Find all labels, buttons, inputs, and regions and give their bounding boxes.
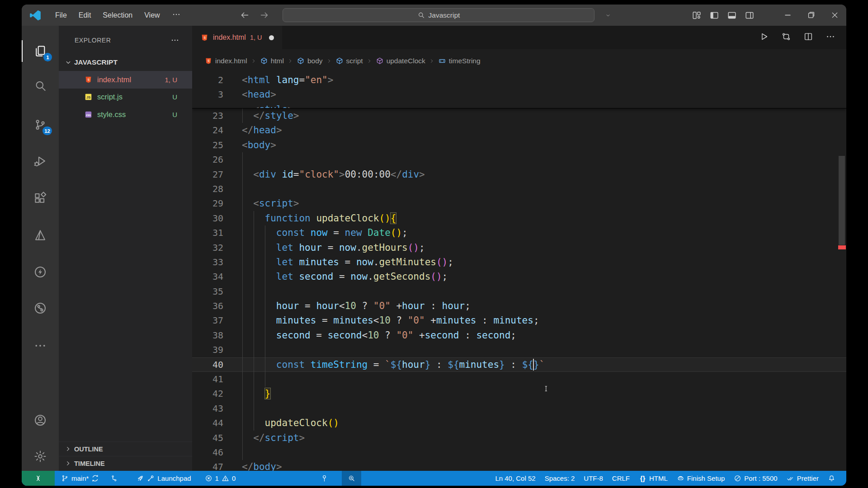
timeline-section[interactable]: TIMELINE [59, 456, 192, 470]
code-line-44[interactable]: 44 updateClock() [192, 416, 846, 430]
tab-bar: 5 index.html 1, U [192, 26, 846, 49]
activity-item-additional-views[interactable] [22, 334, 59, 357]
status-copilot-setup[interactable]: Finish Setup [672, 471, 729, 486]
line-content: <html lang="en"> [231, 73, 333, 87]
outline-section[interactable]: OUTLINE [59, 441, 192, 456]
split-editor-button[interactable] [803, 32, 813, 43]
tab-index-html[interactable]: 5 index.html 1, U [192, 26, 282, 49]
back-arrow-icon[interactable] [240, 10, 250, 20]
code-line-34[interactable]: 34 let second = now.getSeconds(); [192, 269, 846, 284]
activity-item-accounts[interactable] [22, 408, 59, 432]
breadcrumb-item-index.html[interactable]: 5index.html [204, 57, 247, 65]
breadcrumb-item-body[interactable]: body [297, 57, 323, 65]
breadcrumb-item-updateClock[interactable]: updateClock [376, 57, 425, 65]
status-problems[interactable]: 10 [201, 471, 240, 486]
menu-bar: FileEditSelectionView [49, 8, 187, 23]
status-zoom[interactable] [342, 471, 361, 486]
code-line-3[interactable]: 3<head> [192, 87, 846, 102]
menu-edit[interactable]: Edit [73, 9, 97, 22]
toggle-panel-icon[interactable] [727, 10, 737, 20]
code-line-37[interactable]: 37 minutes = minutes<10 ? "0" +minutes :… [192, 313, 846, 328]
code-line-33[interactable]: 33 let minutes = now.getMinutes(); [192, 255, 846, 269]
status-remote-indicator[interactable] [22, 471, 55, 486]
menu-view[interactable]: View [138, 9, 165, 22]
code-line-46[interactable]: 46 [192, 445, 846, 460]
code-line-29[interactable]: 29 <script> [192, 196, 846, 211]
code-line-39[interactable]: 39 [192, 343, 846, 357]
activity-item-search[interactable] [22, 74, 59, 98]
activity-item-extension-thunder[interactable] [22, 260, 59, 284]
code-line-45[interactable]: 45 </script> [192, 431, 846, 445]
status-eol[interactable]: CRLF [608, 471, 634, 486]
status-cursor-position[interactable]: Ln 40, Col 52 [491, 471, 540, 486]
copilot-menu[interactable] [605, 8, 611, 22]
status-screencast[interactable] [317, 471, 332, 486]
code-line-43[interactable]: 43 [192, 401, 846, 416]
connect-icon [147, 474, 155, 482]
code-line-26[interactable]: 26 [192, 152, 846, 167]
breadcrumb-item-timeString[interactable]: timeString [438, 57, 481, 65]
explorer-more-actions-icon[interactable] [170, 36, 179, 45]
status-indentation[interactable]: Spaces: 2 [540, 471, 580, 486]
code-line-27[interactable]: 27 <div id="clock">00:00:00</div> [192, 167, 846, 182]
activity-item-extension-live-share[interactable] [22, 296, 59, 320]
code-editor[interactable]: 23 </style>24</head>25<body>2627 <div id… [192, 73, 846, 471]
code-line-32[interactable]: 32 let hour = now.getHours(); [192, 240, 846, 255]
editor-scrollbar[interactable] [839, 156, 845, 245]
status-encoding[interactable]: UTF-8 [579, 471, 608, 486]
restore-icon [807, 11, 816, 19]
code-line-24[interactable]: 24</head> [192, 123, 846, 137]
code-line-36[interactable]: 36 hour = hour<10 ? "0" +hour : hour; [192, 299, 846, 313]
forward-arrow-icon[interactable] [259, 10, 269, 20]
run-button[interactable] [759, 32, 769, 43]
toggle-sidebar-icon[interactable] [709, 10, 719, 20]
code-line-partial[interactable]: <style> [192, 102, 846, 108]
folder-section-header[interactable]: JAVASCRIPT [59, 55, 192, 70]
file-row-index.html[interactable]: 5index.html1, U [59, 71, 192, 89]
code-line-30[interactable]: 30 function updateClock(){ [192, 211, 846, 225]
restore-button[interactable] [799, 5, 823, 26]
breadcrumb-item-html[interactable]: html [260, 57, 284, 65]
status-language-mode[interactable]: {}HTML [634, 471, 672, 486]
code-line-40[interactable]: 40 const timeString = `${hour} : ${minut… [192, 357, 846, 372]
sync-changes-button[interactable] [781, 32, 791, 43]
code-line-47[interactable]: 47</body> [192, 460, 846, 471]
command-center-search[interactable]: Javascript [283, 8, 594, 22]
activity-item-extensions[interactable] [22, 187, 59, 210]
status-launchpad[interactable]: Launchpad [133, 471, 194, 486]
file-row-script.js[interactable]: JSscript.jsU [59, 89, 192, 106]
status-git-branch[interactable]: main* [57, 471, 103, 486]
menu-more[interactable] [166, 8, 187, 23]
status-text: Finish Setup [687, 474, 725, 482]
customize-layout-icon[interactable] [692, 10, 702, 20]
file-decoration: U [172, 111, 177, 118]
status-prettier[interactable]: Prettier [782, 471, 823, 486]
close-button[interactable] [823, 5, 846, 26]
code-line-2[interactable]: 2<html lang="en"> [192, 73, 846, 87]
more-actions-button[interactable] [826, 32, 835, 43]
activity-item-run-and-debug[interactable] [22, 150, 59, 173]
code-line-31[interactable]: 31 const now = new Date(); [192, 225, 846, 240]
activity-item-source-control[interactable]: 12 [22, 113, 59, 136]
status-port[interactable]: Port : 5500 [729, 471, 782, 486]
menu-selection[interactable]: Selection [97, 9, 138, 22]
code-line-38[interactable]: 38 second = second<10 ? "0" +second : se… [192, 328, 846, 343]
toggle-secondary-sidebar-icon[interactable] [745, 10, 755, 20]
code-line-28[interactable]: 28 [192, 182, 846, 196]
activity-item-extension-prism[interactable] [22, 224, 59, 247]
status-git-graph[interactable] [107, 471, 122, 486]
menu-file[interactable]: File [49, 9, 73, 22]
breadcrumb-item-script[interactable]: script [335, 57, 363, 65]
file-row-style.css[interactable]: cssstyle.cssU [59, 106, 192, 123]
code-line-23[interactable]: 23 </style> [192, 108, 846, 123]
status-notifications[interactable] [823, 471, 840, 486]
code-line-42[interactable]: 42 } [192, 386, 846, 401]
status-text: Port : 5500 [744, 474, 777, 482]
code-line-25[interactable]: 25<body> [192, 138, 846, 152]
code-line-41[interactable]: 41 [192, 372, 846, 386]
activity-item-explorer[interactable]: 1 [22, 39, 59, 63]
minimize-button[interactable] [776, 5, 799, 26]
code-line-35[interactable]: 35 [192, 284, 846, 299]
modified-dot-icon[interactable] [269, 35, 274, 40]
activity-item-manage[interactable] [22, 445, 59, 468]
